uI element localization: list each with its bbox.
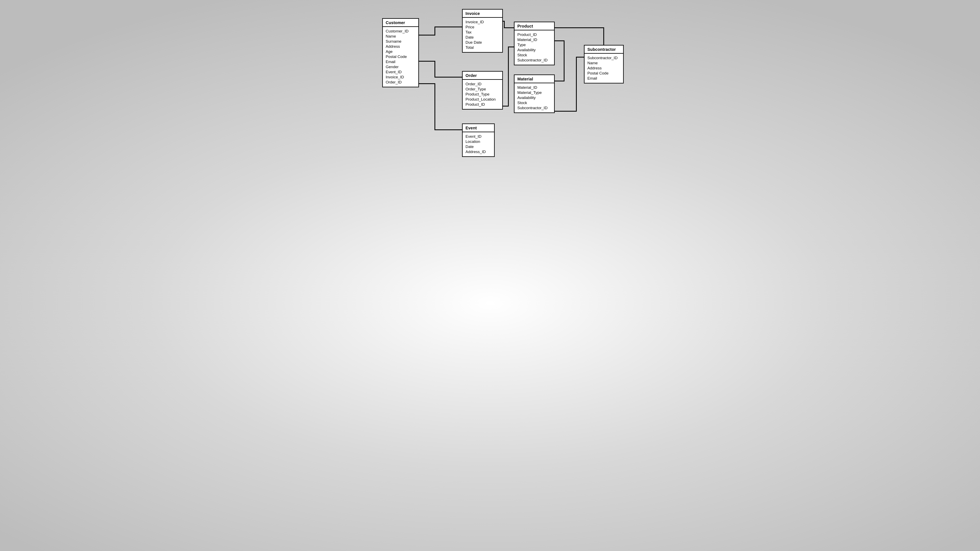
- entity-title: Event: [463, 124, 494, 132]
- field: Address: [587, 65, 620, 71]
- field: Age: [386, 49, 415, 54]
- entity-invoice: Invoice Invoice_ID Price Tax Date Due Da…: [462, 9, 503, 52]
- field: Name: [386, 34, 415, 39]
- entity-material: Material Material_ID Material_Type Avail…: [514, 75, 555, 113]
- entity-fields: Invoice_ID Price Tax Date Due Date Total: [463, 18, 502, 52]
- field: Stock: [517, 52, 551, 57]
- field: Event_ID: [386, 69, 415, 75]
- field: Product_ID: [466, 102, 500, 107]
- field: Postal Code: [587, 71, 620, 76]
- field: Invoice_ID: [466, 19, 500, 24]
- field: Surname: [386, 39, 415, 44]
- field: Subcontractor_ID: [517, 105, 551, 110]
- field: Invoice_ID: [386, 75, 415, 79]
- entity-title: Material: [514, 75, 554, 83]
- field: Availability: [517, 48, 551, 52]
- field: Date: [466, 35, 500, 40]
- field: Order_Type: [466, 87, 500, 92]
- field: Tax: [466, 30, 500, 35]
- field: Price: [466, 24, 500, 30]
- entity-fields: Material_ID Material_Type Availability S…: [514, 83, 554, 113]
- field: Date: [466, 144, 491, 149]
- field: Email: [386, 59, 415, 64]
- entity-title: Invoice: [463, 10, 502, 18]
- entity-fields: Order_ID Order_Type Product_Type Product…: [463, 80, 502, 109]
- field: Type: [517, 42, 551, 48]
- field: Stock: [517, 100, 551, 105]
- field: Product_ID: [517, 32, 551, 37]
- entity-title: Subcontractor: [584, 46, 623, 54]
- field: Subcontractor_ID: [587, 55, 620, 60]
- entity-product: Product Product_ID Material_ID Type Avai…: [514, 22, 555, 65]
- field: Gender: [386, 64, 415, 69]
- field: Address: [386, 44, 415, 49]
- field: Address_ID: [466, 149, 491, 154]
- field: Availability: [517, 95, 551, 100]
- entity-fields: Event_ID Location Date Address_ID: [463, 132, 494, 156]
- entity-fields: Customer_ID Name Surname Address Age Pos…: [383, 27, 418, 87]
- field: Subcontractor_ID: [517, 57, 551, 63]
- field: Product_Type: [466, 92, 500, 97]
- field: Location: [466, 139, 491, 144]
- entity-title: Product: [514, 22, 554, 30]
- field: Event_ID: [466, 134, 491, 139]
- entity-order: Order Order_ID Order_Type Product_Type P…: [462, 71, 503, 110]
- field: Due Date: [466, 40, 500, 45]
- field: Postal Code: [386, 54, 415, 59]
- field: Total: [466, 45, 500, 50]
- field: Order_ID: [386, 79, 415, 85]
- field: Order_ID: [466, 81, 500, 87]
- field: Material_Type: [517, 90, 551, 95]
- entity-fields: Subcontractor_ID Name Address Postal Cod…: [584, 54, 623, 83]
- field: Customer_ID: [386, 29, 415, 34]
- entity-event: Event Event_ID Location Date Address_ID: [462, 124, 495, 157]
- field: Material_ID: [517, 37, 551, 42]
- field: Email: [587, 76, 620, 81]
- field: Product_Location: [466, 97, 500, 102]
- field: Material_ID: [517, 85, 551, 90]
- entity-customer: Customer Customer_ID Name Surname Addres…: [382, 18, 419, 87]
- entity-subcontractor: Subcontractor Subcontractor_ID Name Addr…: [584, 45, 624, 83]
- entity-title: Customer: [383, 19, 418, 27]
- entity-fields: Product_ID Material_ID Type Availability…: [514, 30, 554, 65]
- er-diagram-canvas: Customer Customer_ID Name Surname Addres…: [343, 0, 637, 165]
- entity-title: Order: [463, 71, 502, 80]
- field: Name: [587, 60, 620, 65]
